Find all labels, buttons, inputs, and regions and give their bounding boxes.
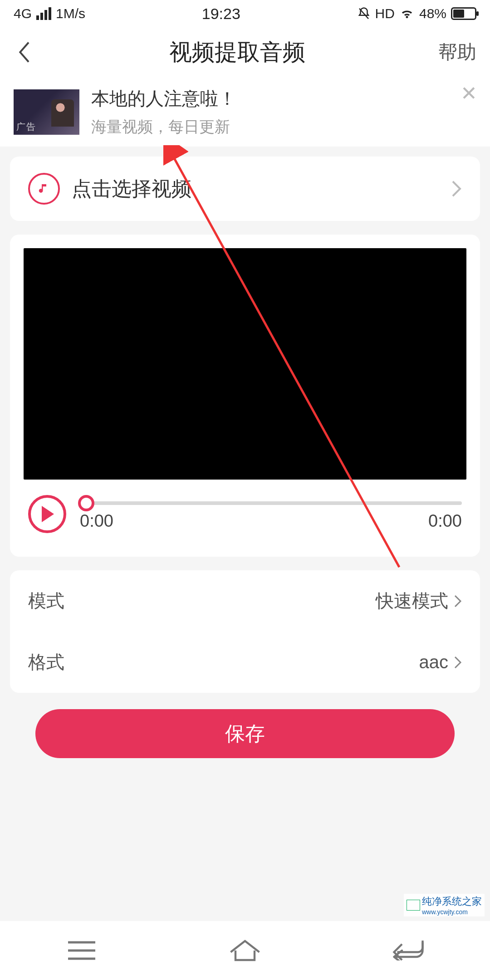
battery-icon xyxy=(451,7,476,20)
ad-title: 本地的人注意啦！ xyxy=(91,86,236,111)
music-icon xyxy=(28,173,60,205)
chevron-right-icon xyxy=(454,594,462,608)
ad-badge: 广告 xyxy=(16,121,36,133)
play-icon xyxy=(40,506,54,522)
total-time: 0:00 xyxy=(428,511,462,531)
network-speed: 1M/s xyxy=(56,6,85,21)
title-bar: 视频提取音频 帮助 xyxy=(0,27,490,77)
system-nav-bar xyxy=(0,921,490,980)
chevron-right-icon xyxy=(451,180,462,198)
format-value: aac xyxy=(419,652,449,672)
watermark-url: www.ycwjty.com xyxy=(422,908,482,916)
status-bar: 4G 1M/s 19:23 HD 48% xyxy=(0,0,490,27)
help-button[interactable]: 帮助 xyxy=(438,39,476,65)
select-video-label: 点击选择视频 xyxy=(72,176,439,202)
settings-card: 模式 快速模式 格式 aac xyxy=(10,570,480,693)
watermark: 纯净系统之家 www.ycwjty.com xyxy=(404,894,485,916)
player-controls: 0:00 0:00 xyxy=(24,495,466,543)
hd-label: HD xyxy=(375,6,395,21)
ad-subtitle: 海量视频，每日更新 xyxy=(91,117,236,137)
back-button[interactable] xyxy=(14,41,36,64)
recent-apps-button[interactable] xyxy=(54,937,109,964)
mute-icon xyxy=(357,7,371,20)
mode-label: 模式 xyxy=(28,588,64,613)
signal-icon xyxy=(36,7,51,20)
format-label: 格式 xyxy=(28,650,64,675)
progress-slider[interactable] xyxy=(80,501,462,505)
player-card: 0:00 0:00 xyxy=(10,235,480,557)
current-time: 0:00 xyxy=(80,511,113,531)
format-row[interactable]: 格式 aac xyxy=(10,632,480,693)
status-right: HD 48% xyxy=(357,6,476,21)
status-left: 4G 1M/s xyxy=(14,6,85,21)
menu-icon xyxy=(68,941,95,960)
battery-percent: 48% xyxy=(419,6,446,21)
track-area: 0:00 0:00 xyxy=(80,498,462,531)
network-type: 4G xyxy=(14,6,32,21)
chevron-left-icon xyxy=(18,41,32,63)
ad-close-button[interactable]: ✕ xyxy=(461,83,477,103)
ad-text: 本地的人注意啦！ 海量视频，每日更新 xyxy=(91,86,236,137)
save-label: 保存 xyxy=(225,720,265,747)
home-button[interactable] xyxy=(218,937,272,964)
page-title: 视频提取音频 xyxy=(169,37,305,68)
ad-banner[interactable]: 广告 本地的人注意啦！ 海量视频，每日更新 ✕ xyxy=(0,77,490,147)
mode-value: 快速模式 xyxy=(376,588,448,613)
slider-thumb[interactable] xyxy=(78,495,94,511)
home-icon xyxy=(229,939,261,962)
wifi-icon xyxy=(399,7,415,20)
chevron-right-icon xyxy=(454,656,462,669)
mode-row[interactable]: 模式 快速模式 xyxy=(10,570,480,632)
back-nav-button[interactable] xyxy=(381,937,436,964)
back-icon xyxy=(392,941,424,960)
play-button[interactable] xyxy=(28,495,66,533)
watermark-logo-icon xyxy=(407,900,420,911)
status-time: 19:23 xyxy=(202,5,240,23)
time-labels: 0:00 0:00 xyxy=(80,511,462,531)
ad-thumbnail: 广告 xyxy=(14,89,79,135)
watermark-text: 纯净系统之家 xyxy=(422,896,482,907)
video-preview[interactable] xyxy=(24,248,466,480)
save-button[interactable]: 保存 xyxy=(35,709,455,758)
select-video-button[interactable]: 点击选择视频 xyxy=(10,157,480,221)
